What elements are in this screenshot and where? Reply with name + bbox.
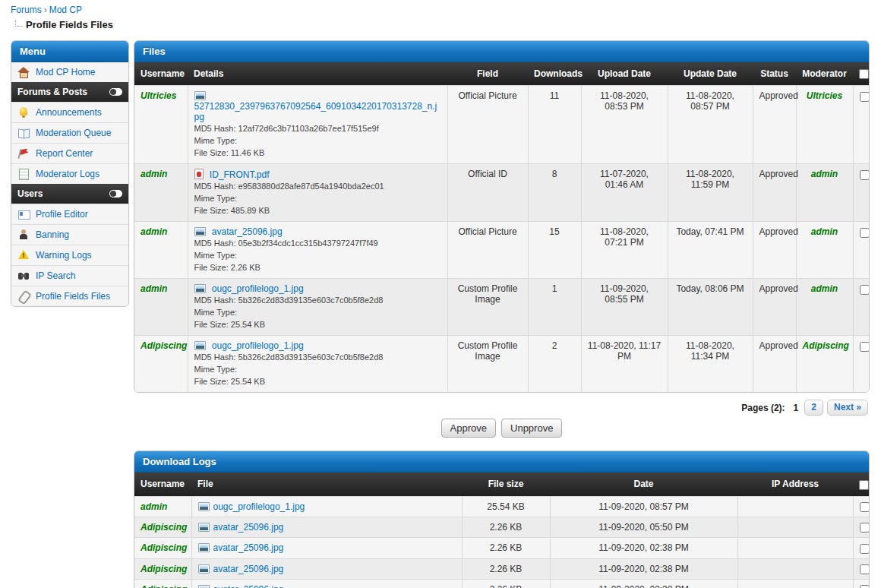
row-checkbox[interactable] [860, 564, 870, 574]
moderator-link[interactable]: admin [811, 169, 838, 179]
row-checkbox[interactable] [860, 170, 870, 180]
ip-address-cell [737, 558, 853, 579]
mime-type: Mime Type: [194, 250, 441, 261]
col-select-all [853, 473, 870, 496]
file-link[interactable]: 52712830_2397963767092564_60910342201703… [194, 101, 437, 122]
date-cell: 11-09-2020, 08:57 PM [550, 496, 737, 517]
row-checkbox[interactable] [860, 92, 870, 102]
unapprove-button[interactable]: Unpprove [501, 419, 562, 438]
row-checkbox[interactable] [860, 342, 870, 352]
update-date-cell: Today, 08:06 PM [668, 279, 753, 336]
page-2-button[interactable]: 2 [804, 400, 823, 416]
tree-branch-icon [15, 20, 22, 27]
file-link[interactable]: avatar_25096.jpg [213, 542, 284, 553]
status-cell: Approved [753, 86, 796, 164]
breadcrumb-forums-link[interactable]: Forums [11, 5, 42, 15]
date-cell: 11-09-2020, 02:38 PM [550, 538, 737, 558]
file-link[interactable]: avatar_25096.jpg [213, 564, 284, 574]
row-checkbox[interactable] [860, 523, 870, 533]
table-row: Adipiscing avatar_25096.jpg 2.26 KB 11-0… [134, 558, 870, 579]
download-logs-header: Download Logs [134, 451, 869, 473]
username-link[interactable]: admin [141, 283, 167, 294]
notepad-icon [17, 168, 30, 180]
status-cell: Approved [753, 279, 796, 336]
username-link[interactable]: Adipiscing [141, 522, 187, 533]
select-all-checkbox[interactable] [859, 69, 869, 79]
file-size-cell: 2.26 KB [462, 558, 550, 579]
select-all-checkbox[interactable] [859, 480, 869, 490]
sidebar-item-announcements[interactable]: Announcements [11, 102, 128, 122]
next-page-button[interactable]: Next » [827, 400, 868, 416]
image-file-icon [194, 341, 206, 350]
field-cell: Custom Profile Image [447, 336, 528, 393]
row-checkbox[interactable] [860, 544, 870, 554]
current-page: 1 [791, 403, 801, 413]
col-select-all [853, 62, 870, 86]
status-cell: Approved [753, 336, 796, 393]
collapse-toggle-icon[interactable] [109, 88, 122, 96]
sidebar-item-profile-fields-files[interactable]: Profile Fields Files [11, 286, 128, 306]
image-file-icon [194, 91, 206, 100]
sidebar-item-moderation-queue[interactable]: Moderation Queue [11, 122, 128, 143]
sidebar-item-banning[interactable]: Banning [11, 224, 128, 245]
breadcrumb-modcp-link[interactable]: Mod CP [49, 5, 82, 15]
update-date-cell: 11-08-2020, 08:57 PM [668, 86, 753, 164]
sidebar-section-users[interactable]: Users [11, 184, 128, 204]
file-size-cell: 25.54 KB [462, 496, 550, 517]
sidebar: Menu Mod CP Home Forums & Posts Announce… [11, 40, 129, 307]
file-link[interactable]: avatar_25096.jpg [212, 226, 283, 237]
file-link[interactable]: ID_FRONT.pdf [210, 169, 270, 180]
sidebar-item-warning-logs[interactable]: Warning Logs [11, 245, 128, 265]
sidebar-item-label: IP Search [36, 270, 75, 281]
image-file-icon [198, 502, 210, 511]
sidebar-item-report-center[interactable]: Report Center [11, 143, 128, 163]
row-checkbox[interactable] [860, 228, 870, 238]
moderator-link[interactable]: admin [811, 226, 838, 237]
sidebar-item-moderator-logs[interactable]: Moderator Logs [11, 163, 128, 184]
date-cell: 11-09-2020, 02:38 PM [550, 579, 737, 588]
row-checkbox[interactable] [860, 502, 870, 512]
field-cell: Official Picture [447, 86, 528, 164]
file-link[interactable]: ougc_profilelogo_1.jpg [213, 501, 305, 512]
col-upload-date: Upload Date [581, 62, 668, 86]
sidebar-item-ip-search[interactable]: IP Search [11, 265, 128, 286]
image-file-icon [198, 523, 210, 532]
downloads-cell: 1 [528, 279, 581, 336]
table-row: admin ID_FRONT.pdf MD5 Hash: e9583880d28… [134, 164, 870, 222]
sidebar-item-label: Mod CP Home [36, 67, 95, 77]
row-checkbox[interactable] [860, 585, 870, 588]
moderator-link[interactable]: admin [811, 283, 838, 294]
md5-hash: MD5 Hash: 5b326c2d83d39135e603c7c0b5f8e2… [194, 295, 441, 306]
file-link[interactable]: avatar_25096.jpg [213, 584, 284, 588]
files-pagination: Pages (2): 1 2 Next » [134, 400, 868, 416]
image-file-icon [198, 564, 210, 574]
col-field: Field [447, 62, 528, 86]
username-link[interactable]: Adipiscing [141, 340, 187, 351]
username-link[interactable]: Adipiscing [141, 584, 187, 588]
row-checkbox[interactable] [860, 285, 870, 295]
collapse-toggle-icon[interactable] [109, 190, 122, 198]
username-link[interactable]: Adipiscing [141, 564, 187, 574]
sidebar-item-profile-editor[interactable]: Profile Editor [11, 204, 128, 224]
approve-button[interactable]: Approve [441, 419, 496, 438]
sidebar-item-label: Moderation Queue [36, 128, 111, 138]
col-details: Details [188, 62, 447, 86]
files-panel: Files Username Details Field Downloads U… [134, 40, 870, 393]
username-link[interactable]: Adipiscing [141, 542, 187, 553]
sidebar-item-mod-cp-home[interactable]: Mod CP Home [11, 62, 128, 82]
file-link[interactable]: avatar_25096.jpg [213, 522, 284, 533]
col-downloads: Downloads [528, 62, 581, 86]
moderator-link[interactable]: Adipiscing [803, 340, 849, 351]
username-link[interactable]: admin [141, 226, 167, 237]
downloads-cell: 8 [528, 164, 581, 222]
md5-hash: MD5 Hash: e9583880d28afe87d54a1940bda2ec… [194, 181, 441, 192]
download-logs-panel: Download Logs Username File File size Da… [134, 450, 870, 588]
sidebar-section-forums-posts[interactable]: Forums & Posts [11, 82, 128, 102]
col-moderator: Moderator [796, 62, 853, 86]
file-link[interactable]: ougc_profilelogo_1.jpg [212, 340, 304, 351]
username-link[interactable]: admin [141, 169, 167, 179]
moderator-link[interactable]: Ultricies [807, 90, 842, 101]
file-link[interactable]: ougc_profilelogo_1.jpg [212, 283, 304, 294]
username-link[interactable]: admin [141, 501, 167, 512]
username-link[interactable]: Ultricies [141, 90, 176, 101]
